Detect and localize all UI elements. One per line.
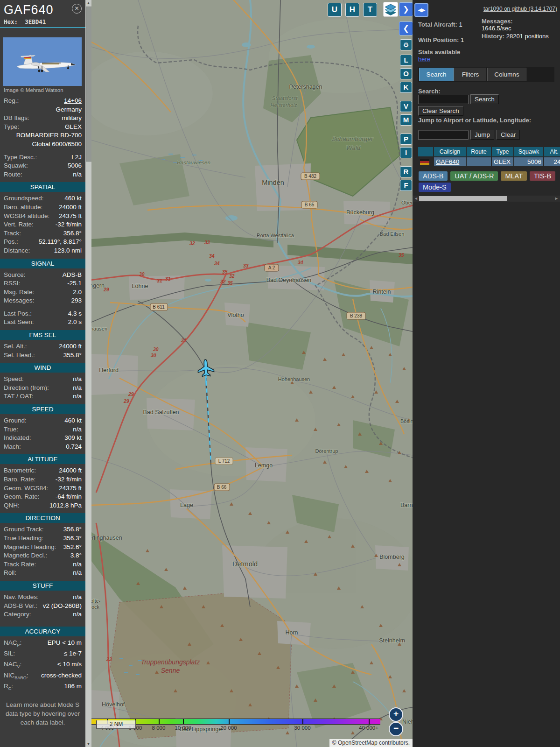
exit-number: 33 <box>243 263 249 268</box>
scroll-down-icon[interactable]: ▼ <box>85 742 91 746</box>
jump-button[interactable]: Jump <box>470 130 494 140</box>
tab-filters[interactable]: Filters <box>455 68 486 81</box>
col-callsign[interactable]: Callsign <box>434 147 466 156</box>
map-label: Löhne <box>132 283 148 289</box>
col-squawk[interactable]: Squawk <box>514 147 543 156</box>
map-label: Minden <box>262 179 284 186</box>
map-label: Schaumburger <box>332 135 373 142</box>
road-badge: L 712 <box>218 458 230 464</box>
search-button[interactable]: Search <box>470 94 499 104</box>
map-label: Hohenhausen <box>278 376 310 382</box>
map-svg: B 482 B 65 A 2 B 611 B 238 L 712 B 66 Pe… <box>91 0 413 747</box>
map-button-i[interactable]: I <box>400 147 412 158</box>
data-row: WGS84 altitude:24375 ft <box>0 212 85 221</box>
exit-number: 32 <box>189 240 195 246</box>
cell-type: GLEX <box>492 157 513 166</box>
sidebar-scrollbar[interactable]: ▲ ▼ <box>85 0 91 747</box>
map-canvas[interactable]: B 482 B 65 A 2 B 611 B 238 L 712 B 66 Pe… <box>91 0 413 747</box>
road-badge: B 611 <box>153 304 165 310</box>
data-row: Groundspeed:460 kt <box>0 194 85 203</box>
table-horizontal-scrollbar[interactable]: ◄ ► <box>413 196 560 202</box>
tab-search[interactable]: Search <box>419 68 454 81</box>
exit-number: 35 <box>227 280 233 286</box>
clear-search-button[interactable]: Clear Search <box>418 106 463 116</box>
callsign-link[interactable]: GAF640 <box>436 158 459 165</box>
map-label: Senne <box>161 667 180 674</box>
exit-number: 31 <box>165 276 171 282</box>
map-button-f[interactable]: F <box>400 180 412 191</box>
data-row: Baro. Rate:-32 ft/min <box>0 475 85 484</box>
data-row: Sel. Head.:355.8° <box>0 351 85 360</box>
exit-number: 34 <box>214 261 220 266</box>
section-header-signal: SIGNAL <box>0 259 85 268</box>
registration-link[interactable]: 14+06 <box>19 97 82 106</box>
map-button-u[interactable]: U <box>328 3 342 17</box>
panel-toggle-button[interactable]: ◀▶ <box>414 3 428 17</box>
hscroll-thumb[interactable] <box>419 196 507 201</box>
scroll-left-icon[interactable]: ◄ <box>414 196 418 202</box>
exit-number: 35 <box>399 252 404 258</box>
map-button-m[interactable]: M <box>400 114 412 126</box>
data-row: Track Rate:n/a <box>0 560 85 569</box>
jump-input[interactable] <box>418 130 469 140</box>
data-row-country: Germany <box>0 106 85 114</box>
exit-number: 30 <box>139 271 145 277</box>
col-route[interactable]: Route <box>467 147 491 156</box>
map-button-l[interactable]: L <box>400 55 412 66</box>
settings-button[interactable]: ⚙ <box>400 39 412 50</box>
zoom-in-button[interactable]: + <box>389 707 403 722</box>
data-row: Messages:293 <box>0 296 85 305</box>
road-badge: B 65 <box>305 202 315 207</box>
zoom-out-button[interactable]: − <box>389 722 403 736</box>
map-label: Rinteln <box>373 289 391 295</box>
data-row: NACV:< 10 m/s <box>0 660 85 671</box>
map-button-p[interactable]: P <box>400 134 412 145</box>
github-version-link[interactable]: tar1090 on github (3.14.1707) <box>483 6 557 12</box>
aircraft-table: Callsign Route Type Squawk Alt. (ft) Spd… <box>417 146 560 167</box>
total-aircraft: Total Aircraft: 1 <box>418 21 462 28</box>
col-type[interactable]: Type <box>492 147 513 156</box>
map-label: Bad Eilsen <box>380 231 405 237</box>
scroll-right-icon[interactable]: ► <box>554 196 559 202</box>
map-button-r[interactable]: R <box>400 166 412 177</box>
jump-clear-button[interactable]: Clear <box>497 130 520 140</box>
search-input[interactable] <box>418 95 469 104</box>
map-button-k[interactable]: K <box>400 82 412 93</box>
map-label: Porta Westfalica <box>257 233 294 238</box>
map-label: Steinheim <box>379 637 405 644</box>
data-row: Magnetic Decl.:3.8° <box>0 551 85 560</box>
altitude-tick-label: 40 000+ <box>359 725 378 731</box>
legend-uat-adsr[interactable]: UAT / ADS-R <box>450 171 498 181</box>
aircraft-row[interactable]: GAF640 GLEX 5006 24000 <box>418 157 560 166</box>
data-row: QNH:1012.8 hPa <box>0 501 85 510</box>
map-button-t[interactable]: T <box>363 3 377 17</box>
map-button-o[interactable]: O <box>400 68 412 79</box>
layers-button[interactable] <box>383 2 398 17</box>
data-row: Baro. altitude:24000 ft <box>0 203 85 212</box>
gear-icon: ⚙ <box>403 41 409 49</box>
tab-columns[interactable]: Columns <box>487 68 526 81</box>
legend-adsb[interactable]: ADS-B <box>419 171 448 181</box>
map-label: Herford <box>99 367 119 374</box>
stats-link[interactable]: here <box>418 56 430 63</box>
sidebar-expand-button[interactable]: ❯ <box>399 2 413 16</box>
close-icon[interactable]: ✕ <box>72 4 82 14</box>
exit-number: 29 <box>123 398 129 404</box>
col-flag[interactable] <box>418 147 433 156</box>
data-row: Category:n/a <box>0 610 85 619</box>
map-button-h[interactable]: H <box>345 3 359 17</box>
map-button-v[interactable]: V <box>400 101 412 112</box>
data-row: Geom. Rate:-64 ft/min <box>0 493 85 501</box>
data-row: Indicated:309 kt <box>0 434 85 443</box>
legend-mlat[interactable]: MLAT <box>501 171 527 181</box>
col-alt[interactable]: Alt. (ft) <box>544 147 560 156</box>
section-header-speed: SPEED <box>0 404 85 414</box>
map-label: ngern <box>91 282 105 289</box>
exit-number: 31 <box>181 338 187 343</box>
sidebar-collapse-button[interactable]: ❮ <box>399 21 413 35</box>
scroll-up-icon[interactable]: ▲ <box>85 1 91 5</box>
legend-tisb[interactable]: TIS-B <box>530 171 555 181</box>
with-position: With Position: 1 <box>418 36 464 43</box>
aircraft-photo[interactable] <box>3 37 82 86</box>
legend-modes[interactable]: Mode-S <box>419 183 451 192</box>
